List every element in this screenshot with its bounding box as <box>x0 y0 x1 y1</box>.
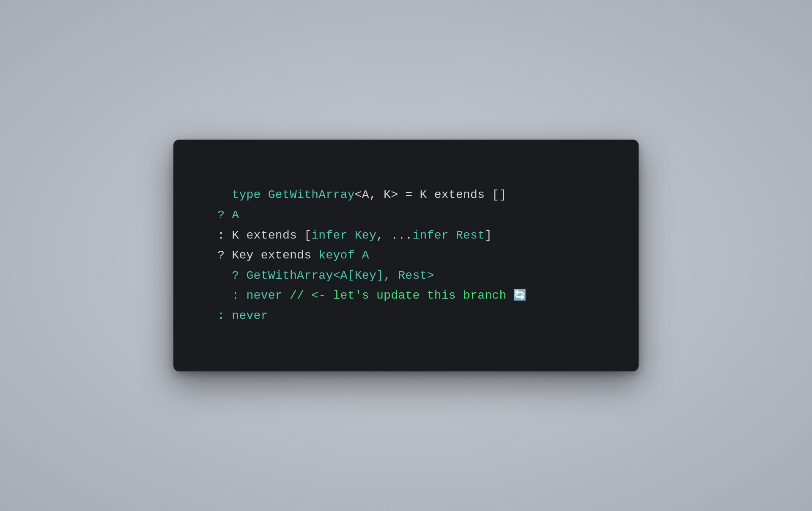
line6-comment: // <- let's update this branch <box>283 289 507 302</box>
line4-pre: ? Key extends <box>203 249 318 262</box>
line3-infer1: infer Key <box>311 229 376 242</box>
line5-text: ? GetWithArray<A[Key], Rest> <box>203 269 434 282</box>
line6-never: : never <box>203 289 283 302</box>
code-block: type GetWithArray<A, K> = K extends [] ?… <box>203 165 609 346</box>
line3-pre: : K extends [ <box>203 229 311 242</box>
line-6: : never // <- let's update this branch 🔄 <box>203 289 527 302</box>
line3-infer2: infer Rest <box>412 229 485 242</box>
line-2: ? A <box>203 209 239 222</box>
line4-keyof: keyof <box>318 249 354 262</box>
code-card: type GetWithArray<A, K> = K extends [] ?… <box>173 140 639 371</box>
line3-close: ] <box>485 229 492 242</box>
line6-emoji: 🔄 <box>507 289 527 302</box>
line-3: : K extends [infer Key, ...infer Rest] <box>203 229 492 242</box>
line1-rest: = K extends [] <box>398 188 506 201</box>
line-1: type GetWithArray<A, K> = K extends [] <box>232 188 506 201</box>
type-name: GetWithArray <box>268 188 355 201</box>
line2-text: ? A <box>203 209 239 222</box>
keyword-type: type <box>232 188 261 201</box>
line-4: ? Key extends keyof A <box>203 249 369 262</box>
line4-a: A <box>355 249 369 262</box>
line-7: : never <box>203 309 268 322</box>
space <box>261 188 268 201</box>
line7-text: : never <box>203 309 268 322</box>
line-5: ? GetWithArray<A[Key], Rest> <box>203 269 434 282</box>
generics: <A, K> <box>355 188 398 201</box>
line3-sep: , ... <box>376 229 412 242</box>
